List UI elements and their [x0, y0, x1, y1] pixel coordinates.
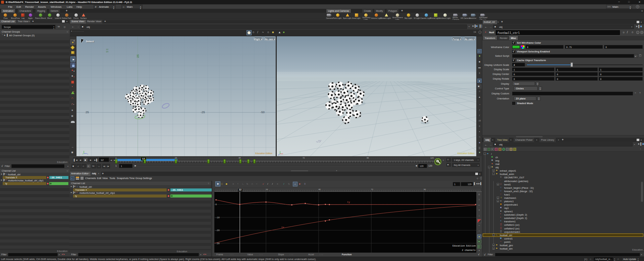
svg-text:-25: -25	[201, 111, 205, 114]
svg-text:0: 0	[215, 203, 217, 206]
svg-text:2 channels: 2 channels	[462, 249, 476, 252]
svg-text:-50: -50	[260, 111, 265, 114]
svg-text:25: 25	[136, 54, 140, 58]
svg-text:ty: ty	[347, 201, 350, 204]
svg-text:25: 25	[86, 111, 89, 114]
svg-text:tx: tx	[281, 226, 284, 229]
svg-text:-10: -10	[215, 216, 220, 219]
svg-text:-20: -20	[215, 229, 220, 232]
svg-text:Education Edition: Education Edition	[458, 152, 475, 155]
svg-text:-30: -30	[215, 242, 220, 245]
svg-text:Education Edition: Education Edition	[255, 152, 272, 155]
svg-text:Education Edition: Education Edition	[452, 245, 476, 247]
